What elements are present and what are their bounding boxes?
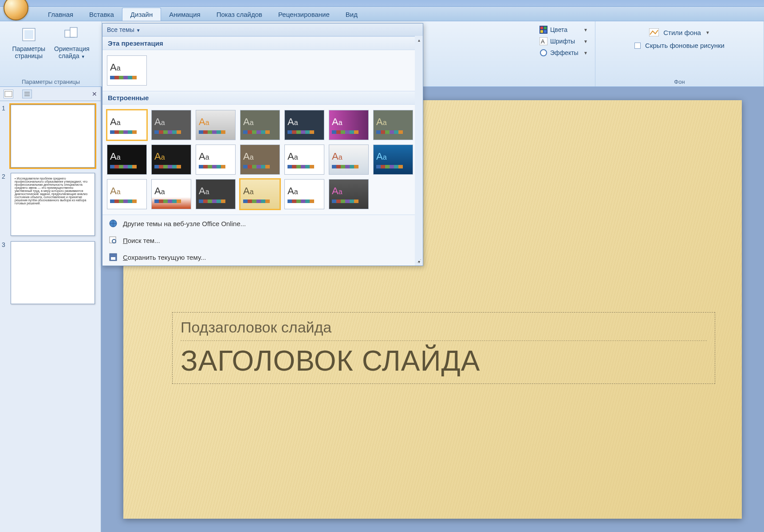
theme-thumb[interactable]: Aa (107, 145, 147, 175)
slide-mini-preview (11, 241, 95, 304)
slide-thumbnail[interactable]: 1 (2, 105, 99, 168)
colors-icon (540, 26, 547, 34)
globe-icon (109, 219, 118, 228)
orientation-icon (63, 26, 81, 43)
svg-rect-7 (540, 30, 543, 33)
colors-label: Цвета (550, 26, 567, 33)
resize-grip-icon[interactable]: ⋰ (417, 258, 421, 264)
tab-review[interactable]: Рецензирование (270, 8, 338, 21)
fonts-icon: A (540, 37, 547, 45)
tab-animation[interactable]: Анимация (161, 8, 208, 21)
theme-thumb[interactable]: Aa (240, 145, 280, 175)
theme-thumb[interactable]: Aa (329, 145, 369, 175)
bg-styles-icon (649, 28, 659, 36)
slides-tab-icon (4, 90, 13, 98)
slide-orientation-label: Ориентация слайда ▼ (54, 45, 89, 59)
group-page-label: Параметры страницы (4, 77, 97, 86)
bg-styles-label: Стили фона (663, 29, 701, 36)
theme-thumb[interactable]: Aa (284, 110, 324, 140)
theme-thumb[interactable]: Aa (196, 145, 236, 175)
panel-tab-slides[interactable] (4, 90, 13, 98)
panel-close-button[interactable]: ✕ (92, 90, 97, 98)
colors-button[interactable]: Цвета▼ (537, 24, 591, 35)
slide-mini-preview (11, 105, 95, 168)
effects-button[interactable]: Эффекты▼ (537, 47, 591, 59)
theme-thumb[interactable]: Aa (151, 145, 191, 175)
theme-thumb[interactable]: Aa (240, 110, 280, 140)
search-themes-icon (109, 236, 118, 245)
theme-thumb[interactable]: Aa (196, 179, 236, 209)
bg-styles-button[interactable]: Стили фона ▼ (643, 26, 716, 39)
themes-builtin-label: Встроенные (102, 91, 423, 105)
svg-rect-6 (544, 27, 547, 29)
themes-all-header[interactable]: Все темы▼ (102, 23, 423, 36)
theme-thumb[interactable]: Aa (240, 179, 280, 209)
slide-thumbnail[interactable]: 3 (2, 241, 99, 304)
fonts-label: Шрифты (550, 38, 575, 45)
theme-thumb[interactable]: Aa (107, 179, 147, 209)
slide-number: 1 (2, 105, 8, 168)
slide-number: 3 (2, 241, 8, 304)
tab-insert[interactable]: Вставка (81, 8, 122, 21)
tab-home[interactable]: Главная (40, 8, 81, 21)
save-theme-icon (109, 253, 118, 262)
title-textbox[interactable]: Подзаголовок слайда ЗАГОЛОВОК СЛАЙДА (172, 312, 715, 384)
panel-tab-outline[interactable] (22, 90, 32, 98)
svg-rect-18 (5, 91, 12, 97)
theme-thumb[interactable]: Aa (329, 179, 369, 209)
themes-gallery: Все темы▼ Эта презентация Aa Встроенные … (102, 23, 423, 266)
slide-orientation-button[interactable]: Ориентация слайда ▼ (51, 24, 93, 61)
theme-thumb[interactable]: Aa (107, 110, 147, 140)
svg-rect-5 (540, 27, 543, 29)
outline-tab-icon (23, 90, 32, 98)
themes-search[interactable]: Поиск тем... (102, 232, 423, 249)
theme-thumb[interactable]: Aa (151, 110, 191, 140)
effects-icon (540, 49, 547, 57)
slide-panel: ✕ 12• Исследователи проблем среднего про… (0, 87, 101, 532)
theme-thumb[interactable]: Aa (284, 145, 324, 175)
tab-view[interactable]: Вид (338, 8, 366, 21)
tab-slideshow[interactable]: Показ слайдов (209, 8, 270, 21)
svg-rect-1 (24, 30, 33, 39)
theme-thumb[interactable]: Aa (373, 145, 413, 175)
theme-thumb[interactable]: Aa (373, 110, 413, 140)
slide-subtitle[interactable]: Подзаголовок слайда (181, 319, 707, 341)
page-icon (20, 26, 38, 43)
svg-rect-3 (70, 27, 77, 37)
svg-text:A: A (541, 38, 545, 45)
ribbon-tabs: Главная Вставка Дизайн Анимация Показ сл… (0, 7, 764, 21)
theme-thumb[interactable]: Aa (196, 110, 236, 140)
page-params-label: Параметры страницы (12, 45, 45, 59)
theme-thumb[interactable]: Aa (284, 179, 324, 209)
theme-thumb[interactable]: Aa (107, 55, 147, 86)
tab-design[interactable]: Дизайн (122, 8, 161, 21)
theme-thumb[interactable]: Aa (151, 179, 191, 209)
theme-thumb[interactable]: Aa (329, 110, 369, 140)
slide-mini-preview: • Исследователи проблем среднего професс… (11, 173, 95, 236)
hide-bg-label: Скрыть фоновые рисунки (645, 42, 725, 49)
hide-bg-checkbox[interactable] (634, 43, 641, 49)
themes-more-online[interactable]: Другие темы на веб-узле Office Online... (102, 215, 423, 232)
themes-save-current[interactable]: Сохранить текущую тему... (102, 249, 423, 266)
effects-label: Эффекты (550, 49, 579, 56)
svg-rect-8 (544, 30, 547, 33)
slide-thumbnail[interactable]: 2• Исследователи проблем среднего профес… (2, 173, 99, 236)
themes-this-pres-label: Эта презентация (102, 36, 423, 50)
group-bg-label: Фон (600, 77, 759, 86)
svg-point-11 (540, 50, 547, 56)
fonts-button[interactable]: A Шрифты▼ (537, 35, 591, 47)
slide-number: 2 (2, 173, 8, 236)
svg-rect-17 (111, 257, 115, 260)
themes-scrollbar[interactable]: ▴ ▾ (415, 36, 423, 266)
slide-title[interactable]: ЗАГОЛОВОК СЛАЙДА (181, 344, 707, 377)
page-params-button[interactable]: Параметры страницы (8, 24, 49, 61)
